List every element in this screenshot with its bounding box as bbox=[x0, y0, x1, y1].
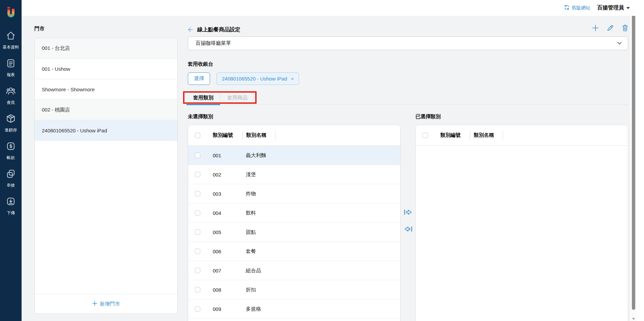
user-menu[interactable]: 百揚管理員 bbox=[597, 4, 630, 11]
move-right-button[interactable] bbox=[404, 208, 413, 218]
sidebar-item-billing[interactable]: $ 帳款 bbox=[5, 141, 16, 161]
billing-icon: $ bbox=[5, 141, 16, 153]
category-row[interactable]: 003 炸物 bbox=[188, 184, 400, 203]
stores-panel-title: 門市 bbox=[34, 26, 45, 32]
category-name: 炸物 bbox=[246, 191, 400, 197]
report-icon bbox=[5, 58, 16, 70]
sidebar-item-inventory[interactable]: 進銷存 bbox=[5, 113, 17, 133]
column-divider bbox=[242, 131, 243, 140]
select-all-checkbox[interactable] bbox=[195, 133, 200, 138]
download-icon bbox=[5, 196, 16, 208]
column-header-code: 類別編號 bbox=[213, 132, 242, 138]
column-divider bbox=[275, 131, 275, 140]
store-list-item[interactable]: 001 - 台北店 bbox=[35, 38, 177, 59]
sidebar-item-integration[interactable]: 串接 bbox=[5, 168, 16, 188]
category-row[interactable]: 006 套餐 bbox=[188, 242, 400, 261]
category-name: 套餐 bbox=[246, 248, 400, 255]
cashier-tag: 240801065520 - Ushow iPad × bbox=[216, 72, 299, 85]
stores-panel: 001 - 台北店 001 - Ushow Showmore - Showmor… bbox=[34, 38, 178, 314]
sidebar-item-label: 帳款 bbox=[7, 155, 15, 161]
row-checkbox[interactable] bbox=[195, 287, 200, 292]
category-row[interactable]: 009 多規格 bbox=[188, 299, 400, 319]
arrow-right-bar-icon bbox=[404, 208, 413, 216]
add-store-button[interactable]: 新增門市 bbox=[35, 294, 177, 314]
category-code: 008 bbox=[213, 287, 246, 293]
store-list-item[interactable]: 240801065520 - Ushow iPad bbox=[35, 120, 177, 141]
vertical-scrollbar[interactable] bbox=[630, 9, 637, 321]
old-site-link[interactable]: 舊版網站 bbox=[564, 5, 590, 11]
home-icon bbox=[5, 30, 16, 42]
scrollbar-down-arrow[interactable] bbox=[632, 318, 635, 320]
row-checkbox[interactable] bbox=[195, 229, 200, 235]
sidebar-item-label: 串接 bbox=[7, 183, 15, 188]
category-name: 義大利麵 bbox=[246, 152, 400, 159]
column-header-code: 類別編號 bbox=[440, 132, 470, 138]
sidebar-item-members[interactable]: 會員 bbox=[5, 86, 16, 105]
tab-label: 套用類別 bbox=[193, 95, 213, 101]
arrow-left-icon bbox=[187, 27, 194, 33]
store-list-item[interactable]: 002 - 桃園店 bbox=[35, 100, 177, 120]
row-checkbox[interactable] bbox=[195, 249, 200, 254]
category-name: 漢堡 bbox=[246, 171, 400, 178]
header-actions bbox=[592, 24, 628, 33]
store-name: Showmore - Showmore bbox=[42, 87, 95, 92]
move-left-button[interactable] bbox=[404, 225, 413, 234]
choose-cashier-button[interactable]: 選擇 bbox=[188, 72, 210, 85]
back-button[interactable] bbox=[187, 27, 194, 34]
store-list-item[interactable]: Showmore - Showmore bbox=[35, 79, 177, 100]
row-checkbox[interactable] bbox=[195, 268, 200, 273]
tag-remove-button[interactable]: × bbox=[291, 76, 294, 82]
trash-icon bbox=[622, 24, 628, 32]
category-code: 001 bbox=[213, 153, 246, 158]
row-checkbox[interactable] bbox=[195, 153, 200, 158]
tab-apply-categories[interactable]: 套用類別 bbox=[186, 91, 220, 104]
column-divider bbox=[470, 131, 470, 140]
category-row[interactable]: 002 漢堡 bbox=[188, 165, 400, 184]
sidebar-item-reports[interactable]: 報表 bbox=[5, 58, 16, 78]
category-row[interactable]: 007 組合品 bbox=[188, 261, 400, 280]
add-menu-button[interactable] bbox=[592, 25, 599, 33]
delete-menu-button[interactable] bbox=[622, 24, 628, 33]
store-name: 002 - 桃園店 bbox=[42, 107, 70, 113]
row-checkbox[interactable] bbox=[195, 210, 200, 216]
selected-categories-table: 類別編號 類別名稱 bbox=[415, 125, 628, 321]
category-row[interactable]: 005 甜點 bbox=[188, 223, 400, 242]
add-store-label: 新增門市 bbox=[100, 301, 120, 307]
row-checkbox[interactable] bbox=[195, 172, 200, 177]
category-row[interactable]: 001 義大利麵 bbox=[188, 146, 400, 165]
category-code: 007 bbox=[213, 268, 246, 274]
svg-text:$: $ bbox=[9, 143, 12, 149]
menu-select[interactable]: 百揚咖啡廳菜單 bbox=[188, 36, 628, 50]
store-list: 001 - 台北店 001 - Ushow Showmore - Showmor… bbox=[35, 38, 177, 294]
refresh-icon bbox=[564, 5, 569, 11]
table-body: 001 義大利麵 002 漢堡 003 炸物 004 飲料 005 bbox=[188, 146, 400, 319]
row-checkbox[interactable] bbox=[195, 306, 200, 312]
column-divider bbox=[503, 131, 503, 140]
category-row[interactable]: 008 折扣 bbox=[188, 280, 400, 299]
integration-icon bbox=[5, 168, 16, 181]
tab-apply-products[interactable]: 套用商品 bbox=[221, 91, 254, 104]
category-name: 組合品 bbox=[246, 267, 400, 274]
category-row[interactable]: 004 飲料 bbox=[188, 203, 400, 223]
scrollbar-thumb[interactable] bbox=[632, 14, 635, 310]
edit-menu-button[interactable] bbox=[607, 24, 614, 33]
category-code: 005 bbox=[213, 229, 246, 235]
category-name: 飲料 bbox=[246, 210, 400, 216]
arrow-left-bar-icon bbox=[404, 225, 413, 233]
sidebar-item-label: 會員 bbox=[7, 100, 15, 105]
sidebar-item-download[interactable]: 下傳 bbox=[5, 196, 16, 216]
sidebar-item-label: 基本資料 bbox=[3, 44, 19, 50]
category-code: 003 bbox=[213, 191, 246, 197]
column-header-name: 類別名稱 bbox=[246, 132, 275, 138]
store-list-item[interactable]: 001 - Ushow bbox=[35, 59, 177, 79]
sidebar-item-basic-data[interactable]: 基本資料 bbox=[3, 30, 19, 50]
select-all-checkbox[interactable] bbox=[422, 133, 428, 138]
row-checkbox[interactable] bbox=[195, 191, 200, 196]
store-name: 001 - Ushow bbox=[42, 66, 70, 72]
user-name: 百揚管理員 bbox=[597, 4, 624, 11]
plus-icon bbox=[592, 25, 599, 31]
table-header: 類別編號 類別名稱 bbox=[416, 125, 628, 146]
category-code: 002 bbox=[213, 172, 246, 178]
pencil-icon bbox=[607, 24, 614, 32]
sidebar-item-label: 下傳 bbox=[7, 210, 15, 216]
